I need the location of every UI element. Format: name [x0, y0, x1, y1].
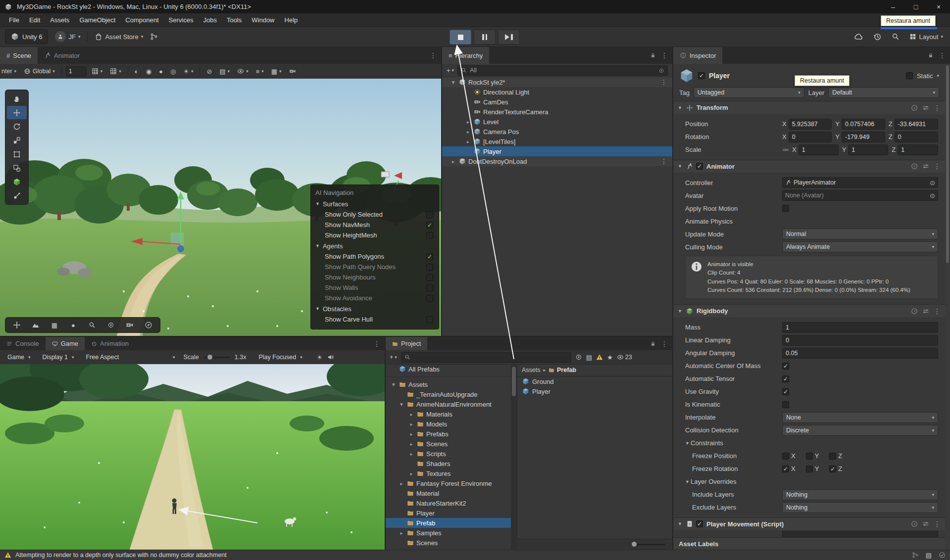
toggle-show-navmesh[interactable]: Show NavMesh✓ — [311, 220, 439, 230]
rotation-y-field[interactable]: -179.949 — [842, 132, 885, 142]
asset-labels-bar[interactable]: Asset Labels — [673, 537, 945, 550]
scene-menu-icon[interactable]: ⋮ — [660, 78, 667, 86]
camera-settings-button[interactable] — [287, 66, 299, 77]
hierarchy-item-directional-light[interactable]: Directional Light — [442, 87, 672, 97]
tab-animation[interactable]: Animation — [85, 337, 135, 350]
step-button[interactable] — [498, 30, 520, 45]
menu-component[interactable]: Component — [120, 16, 163, 24]
scale-slider-knob[interactable] — [207, 355, 212, 360]
tab-animator[interactable]: Animator — [38, 47, 86, 64]
search-overlay-button[interactable] — [83, 319, 101, 331]
component-menu-icon[interactable]: ⋮ — [934, 162, 941, 170]
hierarchy-item-camera-pos[interactable]: ▸Camera Pos — [442, 127, 672, 137]
foldout-icon[interactable]: ▼ — [450, 80, 456, 85]
tab-console[interactable]: Console — [0, 337, 46, 350]
orientation-dropdown[interactable]: Global▾ — [21, 66, 57, 77]
expand-icon[interactable]: ▸ — [465, 119, 471, 125]
toggle-show-carve-hull[interactable]: Show Carve Hull — [311, 314, 439, 325]
object-picker-icon[interactable]: ⊙ — [930, 192, 935, 199]
update-mode-dropdown[interactable]: Normal▾ — [782, 229, 938, 239]
folder-scenes[interactable]: ▸Scenes — [386, 439, 511, 449]
checkbox[interactable] — [426, 232, 433, 239]
aspect-dropdown[interactable]: Free Aspect▾ — [83, 352, 179, 362]
expand-icon[interactable]: ▸ — [408, 412, 414, 417]
menu-assets[interactable]: Assets — [45, 16, 74, 24]
menu-services[interactable]: Services — [164, 16, 199, 24]
lighting-toggle[interactable]: ● — [156, 66, 165, 77]
game-mode-dropdown[interactable]: Game▾ — [4, 352, 34, 362]
ok-status-icon[interactable] — [939, 552, 946, 559]
gizmos-dropdown[interactable]: ▦▾ — [269, 66, 284, 77]
include-layers-dropdown[interactable]: Nothing▾ — [782, 489, 938, 500]
layout-dropdown[interactable]: Layout ▾ — [909, 33, 943, 41]
interpolate-dropdown[interactable]: None▾ — [782, 412, 938, 423]
menu-tools[interactable]: Tools — [222, 16, 247, 24]
foldout-icon[interactable]: ▼ — [678, 164, 683, 169]
menu-file[interactable]: File — [4, 16, 24, 24]
folder-scenes2[interactable]: Scenes — [386, 538, 511, 548]
active-checkbox[interactable]: ✓ — [698, 72, 705, 79]
folder-assets[interactable]: ▼Assets — [386, 379, 511, 389]
checkbox[interactable] — [426, 295, 433, 302]
toggle-show-path-polygons[interactable]: Show Path Polygons✓ — [311, 251, 439, 262]
position-z-field[interactable]: -33.64931 — [895, 119, 938, 130]
toggle-show-avoidance[interactable]: Show Avoidance — [311, 293, 439, 303]
position-x-field[interactable]: 5.925387 — [789, 119, 832, 130]
menu-gameobject[interactable]: GameObject — [74, 16, 120, 24]
overlay-menu-dropdown[interactable]: ≡▾ — [253, 66, 266, 77]
gameobject-big-icon[interactable] — [679, 68, 694, 83]
freeze-position-z-checkbox[interactable] — [829, 453, 836, 460]
is-kinematic-checkbox[interactable] — [782, 401, 789, 408]
scene-menu-icon[interactable]: ⋮ — [660, 157, 667, 165]
favorites-all-prefabs[interactable]: All Prefabs — [386, 364, 511, 374]
folder-textures[interactable]: ▸Textures — [386, 468, 511, 478]
visibility-dropdown[interactable]: ▾ — [235, 66, 251, 77]
tab-scene[interactable]: # Scene — [0, 47, 38, 64]
search-by-type-icon[interactable] — [575, 354, 582, 361]
expand-icon[interactable]: ▸ — [465, 139, 471, 144]
asset-ground[interactable]: Ground — [517, 376, 672, 386]
vsync-icon[interactable]: ☀ — [317, 354, 323, 361]
static-checkbox[interactable] — [906, 72, 913, 79]
scale-y-field[interactable]: 1 — [848, 144, 888, 155]
freeze-position-y-checkbox[interactable] — [806, 453, 813, 460]
project-scrollbar[interactable] — [511, 364, 517, 550]
checkbox[interactable] — [426, 264, 433, 271]
pane-menu-icon[interactable]: ⋮ — [430, 51, 437, 59]
expand-icon[interactable]: ▸ — [408, 451, 414, 457]
freeze-position-x-checkbox[interactable] — [782, 453, 789, 460]
hidden-objects-toggle[interactable]: ⊘ — [204, 66, 214, 77]
static-dropdown-icon[interactable]: ▾ — [937, 73, 939, 78]
help-icon[interactable] — [911, 308, 918, 315]
play-focused-dropdown[interactable]: Play Focused▾ — [255, 352, 305, 362]
toggle-show-neighbours[interactable]: Show Neighbours — [311, 272, 439, 282]
expand-icon[interactable]: ▸ — [408, 441, 414, 447]
camera-overlay-button[interactable] — [121, 319, 139, 331]
constrain-proportions-icon[interactable] — [782, 146, 789, 153]
cache-server-icon[interactable] — [912, 552, 919, 559]
pause-button[interactable] — [474, 30, 496, 45]
pane-menu-icon[interactable]: ⋮ — [939, 51, 946, 59]
game-viewport[interactable] — [0, 364, 385, 550]
foldout-icon[interactable]: ▼ — [678, 521, 683, 526]
culling-mode-dropdown[interactable]: Always Animate▾ — [782, 241, 938, 252]
animator-header[interactable]: ▼ ✓ Animator ⋮ — [673, 160, 945, 174]
hidden-count-button[interactable]: 23 — [617, 354, 632, 361]
controller-object-field[interactable]: PlayerAnimator ⊙ — [782, 177, 938, 188]
grid-overlay-button[interactable]: ▦ — [46, 319, 63, 331]
folder-material[interactable]: Material — [386, 488, 511, 498]
snap-increment-dropdown[interactable]: ▾ — [107, 66, 124, 77]
rigidbody-header[interactable]: ▼ Rigidbody ⋮ — [673, 304, 945, 318]
scene-header-row[interactable]: ▼ RockSt yle2* ⋮ — [442, 77, 672, 87]
freeze-rotation-x-checkbox[interactable]: ✓ — [782, 466, 789, 472]
search-by-label-icon[interactable]: ▤ — [586, 354, 592, 361]
folder-terrainautoupgrade[interactable]: _TerrainAutoUpgrade — [386, 389, 511, 399]
folder-player[interactable]: Player — [386, 508, 511, 518]
move-tool-button[interactable] — [7, 106, 27, 119]
display-dropdown[interactable]: Display 1▾ — [39, 352, 78, 362]
history-icon[interactable] — [873, 32, 882, 41]
surfaces-foldout[interactable]: ▼Surfaces — [311, 198, 439, 209]
checkbox[interactable] — [426, 284, 433, 291]
auto-center-of-mass-checkbox[interactable]: ✓ — [782, 363, 789, 370]
move-overlay-button[interactable] — [8, 319, 26, 331]
